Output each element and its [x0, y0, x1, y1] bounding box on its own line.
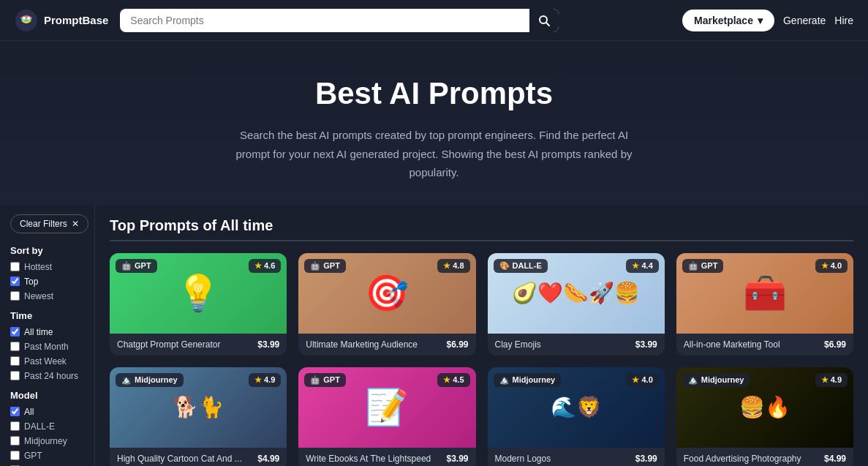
star-icon: ★ [254, 261, 262, 271]
clear-filters-button[interactable]: Clear Filters ✕ [10, 214, 88, 233]
sort-option-top[interactable]: Top [10, 277, 84, 287]
rating-value: 4.8 [453, 261, 464, 270]
card-footer: Modern Logos $3.99 [488, 448, 665, 467]
model-badge: 🤖 GPT [304, 373, 346, 387]
card-title: Chatgpt Prompt Generator [117, 339, 252, 350]
sort-option-newest[interactable]: Newest [10, 291, 84, 301]
model-badge: 🏔️ Midjourney [494, 373, 562, 387]
header: PromptBase Marketplace ▾ Generate Hire [0, 0, 868, 41]
time-option-all-time[interactable]: All time [10, 327, 84, 337]
rating-badge: ★ 4.9 [815, 373, 848, 387]
time-option-past-month[interactable]: Past Month [10, 342, 84, 352]
logo[interactable]: PromptBase [15, 9, 108, 32]
model-name: DALL-E [513, 261, 542, 270]
close-icon: ✕ [72, 219, 79, 229]
cards-grid: 💡 🤖 GPT ★ 4.6 Chatgpt Prompt Generator $… [110, 253, 853, 467]
model-badge: 🤖 GPT [682, 259, 724, 273]
model-name: GPT [323, 261, 340, 270]
rating-badge: ★ 4.0 [626, 373, 658, 387]
card-price: $4.99 [257, 454, 279, 464]
card-1[interactable]: 💡 🤖 GPT ★ 4.6 Chatgpt Prompt Generator $… [110, 253, 287, 356]
model-option-all[interactable]: All [10, 407, 84, 417]
hero-description: Search the best AI prompts created by to… [230, 126, 639, 182]
card-5[interactable]: 🐕🐈 🏔️ Midjourney ★ 4.9 High Quality Cart… [110, 367, 287, 467]
card-image: 🌊🦁 🏔️ Midjourney ★ 4.0 [488, 367, 665, 448]
card-price: $3.99 [635, 339, 657, 350]
star-icon: ★ [443, 261, 450, 271]
svg-point-2 [27, 17, 30, 20]
rating-badge: ★ 4.0 [815, 259, 848, 273]
card-footer: Ultimate Marketing Audience $6.99 [298, 334, 475, 356]
marketplace-label: Marketplace [694, 15, 753, 26]
search-button[interactable] [529, 9, 559, 32]
model-badge: 🤖 GPT [116, 259, 157, 273]
card-footer: Food Advertising Photography $4.99 [676, 448, 853, 467]
model-option-gpt[interactable]: GPT [10, 451, 84, 461]
rating-value: 4.9 [264, 375, 275, 384]
card-footer: High Quality Cartoon Cat And ... $4.99 [110, 448, 287, 467]
generate-button[interactable]: Generate [783, 15, 826, 26]
model-name: GPT [701, 261, 718, 270]
model-option-midjourney[interactable]: Midjourney [10, 436, 84, 446]
rating-value: 4.0 [641, 375, 652, 384]
model-name: GPT [135, 261, 151, 270]
hero-section: Best AI Prompts Search the best AI promp… [0, 41, 868, 206]
search-icon [538, 15, 550, 26]
content-area: Top Prompts of All time 💡 🤖 GPT ★ 4.6 Ch… [95, 206, 868, 467]
card-title: Clay Emojis [495, 339, 630, 350]
time-option-past-week[interactable]: Past Week [10, 356, 84, 367]
model-icon: 🤖 [310, 261, 320, 271]
star-icon: ★ [254, 375, 262, 385]
svg-line-4 [546, 23, 549, 26]
time-options: All time Past Month Past Week Past 24 ho… [10, 327, 84, 381]
model-icon: 🤖 [121, 261, 132, 271]
card-image: 🍔🔥 🏔️ Midjourney ★ 4.9 [676, 367, 853, 448]
svg-point-1 [23, 17, 26, 20]
card-price: $3.99 [257, 339, 279, 350]
model-icon: 🤖 [688, 261, 698, 271]
section-title: Top Prompts of All time [110, 217, 853, 241]
model-badge: 🏔️ Midjourney [116, 373, 184, 387]
card-price: $4.99 [824, 454, 846, 464]
card-title: Modern Logos [495, 454, 630, 464]
rating-badge: ★ 4.4 [626, 259, 658, 273]
model-badge: 🎨 DALL-E [494, 259, 548, 273]
rating-value: 4.4 [641, 261, 652, 270]
star-icon: ★ [821, 261, 829, 271]
model-name: GPT [323, 375, 340, 384]
sort-option-hottest[interactable]: Hottest [10, 262, 84, 272]
rating-badge: ★ 4.9 [249, 373, 281, 387]
model-name: Midjourney [513, 375, 556, 384]
card-title: Food Advertising Photography [684, 454, 818, 464]
card-3[interactable]: 🥑❤️🌭🚀🍔 🎨 DALL-E ★ 4.4 Clay Emojis $3.99 [488, 253, 665, 356]
time-option-past-24-hours[interactable]: Past 24 hours [10, 371, 84, 381]
model-badge: 🏔️ Midjourney [682, 373, 750, 387]
hero-title: Best AI Prompts [15, 76, 853, 111]
rating-badge: ★ 4.6 [249, 259, 281, 273]
card-2[interactable]: 🎯 🤖 GPT ★ 4.8 Ultimate Marketing Audienc… [298, 253, 475, 356]
card-8[interactable]: 🍔🔥 🏔️ Midjourney ★ 4.9 Food Advertising … [676, 367, 853, 467]
card-image: 🐕🐈 🏔️ Midjourney ★ 4.9 [110, 367, 287, 448]
card-7[interactable]: 🌊🦁 🏔️ Midjourney ★ 4.0 Modern Logos $3.9… [488, 367, 665, 467]
card-price: $6.99 [824, 339, 846, 350]
rating-badge: ★ 4.8 [437, 259, 469, 273]
model-label: Model [10, 390, 84, 401]
main-content: Clear Filters ✕ Sort by Hottest Top Newe… [0, 206, 868, 467]
sort-options: Hottest Top Newest [10, 262, 84, 301]
rating-value: 4.9 [831, 375, 842, 384]
marketplace-button[interactable]: Marketplace ▾ [682, 10, 774, 31]
hire-button[interactable]: Hire [834, 15, 853, 26]
card-4[interactable]: 🧰 🤖 GPT ★ 4.0 All-in-one Marketing Tool … [676, 253, 853, 356]
card-6[interactable]: 📝 🤖 GPT ★ 4.5 Write Ebooks At The Lights… [298, 367, 475, 467]
sidebar: Clear Filters ✕ Sort by Hottest Top Newe… [0, 206, 95, 467]
chevron-down-icon: ▾ [758, 15, 763, 26]
card-image: 💡 🤖 GPT ★ 4.6 [110, 253, 287, 334]
rating-value: 4.0 [831, 261, 842, 270]
search-input[interactable] [120, 9, 529, 32]
card-footer: All-in-one Marketing Tool $6.99 [676, 334, 853, 356]
model-icon: 🏔️ [121, 375, 132, 385]
card-price: $6.99 [446, 339, 468, 350]
card-footer: Clay Emojis $3.99 [488, 334, 665, 356]
model-name: Midjourney [701, 375, 744, 384]
model-option-dall-e[interactable]: DALL-E [10, 421, 84, 432]
